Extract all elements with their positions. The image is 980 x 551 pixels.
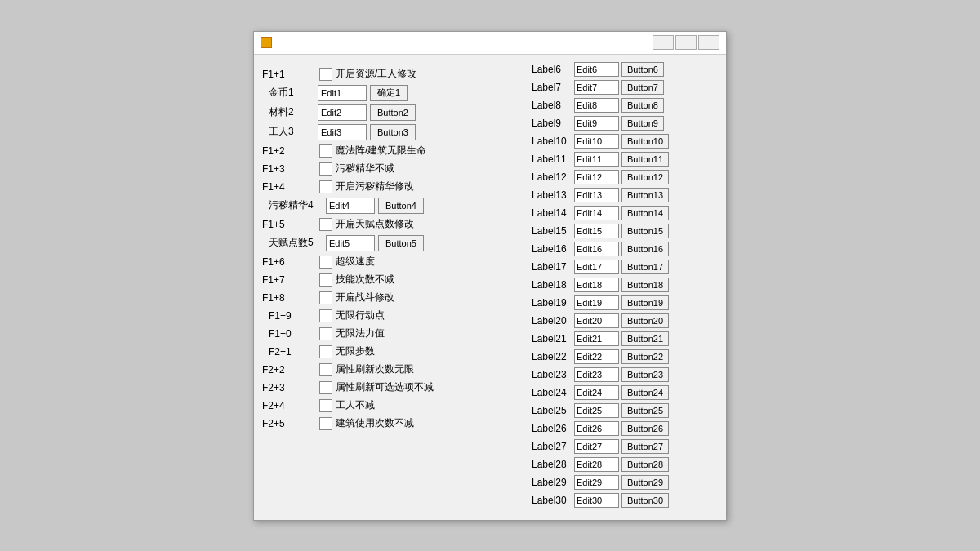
right-button-18[interactable]: Button18 [621,278,669,292]
right-edit-8[interactable] [574,98,619,113]
checkbox-f1-2[interactable] [319,144,332,158]
right-button-13[interactable]: Button13 [621,188,669,202]
checkbox-f1-6[interactable] [319,256,332,269]
right-edit-24[interactable] [574,385,619,400]
right-edit-17[interactable] [574,260,619,274]
right-label-12: Label12 [532,171,574,183]
right-edit-29[interactable] [574,475,619,490]
right-button-6[interactable]: Button6 [621,62,664,77]
right-edit-15[interactable] [574,224,619,238]
right-edit-27[interactable] [574,439,619,454]
right-edit-6[interactable] [574,62,619,77]
checkbox-f1-8[interactable] [319,291,332,304]
key-f1-3: F1+3 [262,163,319,175]
edit-worker[interactable] [318,124,367,140]
key-f1-2: F1+2 [262,145,319,157]
right-button-25[interactable]: Button25 [621,403,669,418]
desc-f2-3: 属性刷新可选选项不减 [336,380,434,394]
right-edit-26[interactable] [574,421,619,436]
checkbox-f1-3[interactable] [319,162,332,176]
right-button-16[interactable]: Button16 [621,242,669,256]
right-button-24[interactable]: Button24 [621,385,669,400]
checkbox-f2-5[interactable] [319,417,332,430]
right-label-9: Label9 [532,118,574,129]
right-button-7[interactable]: Button7 [621,80,664,95]
right-row-13: Label13Button13 [532,187,711,203]
right-edit-16[interactable] [574,242,619,256]
checkbox-f2-1[interactable] [319,345,332,358]
desc-f2-4: 工人不减 [336,398,375,412]
right-button-30[interactable]: Button30 [621,493,669,508]
right-button-23[interactable]: Button23 [621,367,669,382]
minimize-button[interactable] [653,35,674,50]
right-button-8[interactable]: Button8 [621,98,664,113]
right-row-16: Label16Button16 [532,241,711,257]
app-icon [261,37,272,48]
right-label-7: Label7 [532,82,574,93]
checkbox-f1-4[interactable] [319,180,332,193]
right-edit-20[interactable] [574,313,619,328]
button2[interactable]: Button2 [370,104,416,121]
key-f1-6: F1+6 [262,256,319,268]
right-button-11[interactable]: Button11 [621,152,669,167]
right-edit-14[interactable] [574,206,619,220]
right-edit-30[interactable] [574,493,619,508]
right-button-15[interactable]: Button15 [621,224,669,238]
right-label-23: Label23 [532,369,574,380]
sub-row-worker: 工人3 Button3 [262,123,523,141]
right-edit-7[interactable] [574,80,619,95]
right-button-12[interactable]: Button12 [621,170,669,184]
right-button-29[interactable]: Button29 [621,475,669,490]
button5[interactable]: Button5 [378,235,424,251]
hotkey-row-f1-8: F1+8 开扁战斗修改 [262,290,523,306]
hotkey-row-f1-6: F1+6 超级速度 [262,254,523,270]
right-button-28[interactable]: Button28 [621,457,669,472]
checkbox-f1-9[interactable] [319,309,332,322]
checkbox-f1-0[interactable] [319,327,332,340]
right-row-30: Label30Button30 [532,492,711,509]
right-edit-10[interactable] [574,134,619,149]
button4[interactable]: Button4 [378,198,424,214]
maximize-button[interactable] [675,35,697,50]
button3[interactable]: Button3 [370,124,416,140]
right-edit-28[interactable] [574,457,619,472]
title-bar [254,32,726,55]
right-button-20[interactable]: Button20 [621,313,669,328]
key-f1-4: F1+4 [262,181,319,193]
edit-filth[interactable] [326,198,375,214]
right-edit-11[interactable] [574,152,619,167]
right-button-10[interactable]: Button10 [621,134,669,149]
right-button-21[interactable]: Button21 [621,331,669,346]
right-edit-12[interactable] [574,170,619,184]
right-edit-13[interactable] [574,188,619,202]
edit-talent[interactable] [326,235,375,251]
close-button[interactable] [698,35,719,50]
right-edit-21[interactable] [574,331,619,346]
confirm-gold-button[interactable]: 确定1 [370,85,408,101]
checkbox-f2-4[interactable] [319,399,332,412]
right-edit-19[interactable] [574,295,619,310]
right-edit-25[interactable] [574,403,619,418]
right-button-14[interactable]: Button14 [621,206,669,220]
right-label-15: Label15 [532,225,574,237]
right-edit-18[interactable] [574,278,619,292]
edit-material[interactable] [318,104,367,121]
right-button-19[interactable]: Button19 [621,295,669,310]
edit-gold[interactable] [318,85,367,101]
right-edit-9[interactable] [574,116,619,131]
checkbox-f2-3[interactable] [319,381,332,394]
checkbox-f1-5[interactable] [319,218,332,231]
right-button-22[interactable]: Button22 [621,349,669,364]
right-edit-22[interactable] [574,349,619,364]
right-edit-23[interactable] [574,367,619,382]
checkbox-f2-2[interactable] [319,363,332,376]
right-row-8: Label8Button8 [532,97,711,113]
right-button-26[interactable]: Button26 [621,421,669,436]
checkbox-f1-7[interactable] [319,273,332,287]
right-button-17[interactable]: Button17 [621,260,669,274]
hotkey-row-f2-5: F2+5 建筑使用次数不减 [262,415,523,432]
right-button-9[interactable]: Button9 [621,116,664,131]
checkbox-f1-1[interactable] [319,68,332,81]
sub-row-gold: 金币1 确定1 [262,84,523,102]
right-button-27[interactable]: Button27 [621,439,669,454]
